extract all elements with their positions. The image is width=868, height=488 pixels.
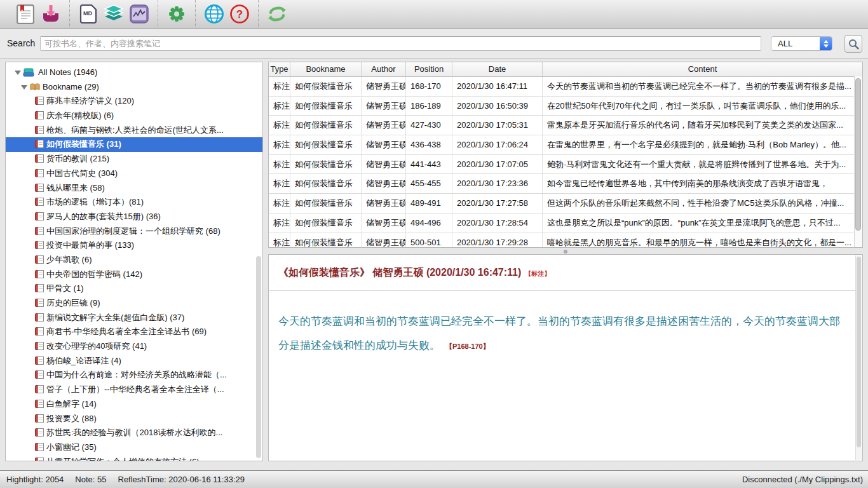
pane-splitter[interactable] — [268, 248, 863, 254]
sync-arrows-glyph — [266, 4, 288, 24]
table-row[interactable]: 标注 如何假装懂音乐 储智勇王硕 441-443 2020/1/30 17:07… — [269, 155, 862, 175]
cell-type: 标注 — [269, 135, 290, 154]
tree-item-book[interactable]: 杨伯峻_论语译注 (4) — [6, 354, 262, 369]
cell-author: 储智勇王硕 — [362, 155, 406, 174]
search-button[interactable] — [844, 35, 862, 53]
refresh-icon[interactable] — [265, 1, 289, 27]
table-row[interactable]: 标注 如何假装懂音乐 储智勇王硕 436-438 2020/1/30 17:06… — [269, 135, 862, 155]
book-icon — [35, 327, 44, 336]
tree-item-book[interactable]: 投资要义 (88) — [6, 412, 262, 426]
cell-bookname: 如何假装懂音乐 — [290, 135, 362, 154]
book-icon — [35, 111, 44, 120]
tree-item-book[interactable]: 枪炮、病菌与钢铁:人类社会的命运(世纪人文系... — [6, 123, 262, 138]
tree-item-label: 历史的巨镜 (9) — [46, 296, 259, 311]
table-row[interactable]: 标注 如何假装懂音乐 储智勇王硕 500-501 2020/1/30 17:29… — [269, 233, 862, 248]
cell-date: 2020/1/30 17:07:05 — [452, 155, 543, 174]
cell-author: 储智勇王硕 — [362, 135, 406, 154]
column-header-type[interactable]: Type — [269, 62, 290, 76]
status-highlight-count: Hightlight: 2054 — [6, 475, 64, 484]
tree-item-book[interactable]: 中国为什么有前途：对外经济关系的战略潜能（... — [6, 368, 262, 383]
table-row[interactable]: 标注 如何假装懂音乐 储智勇王硕 489-491 2020/1/30 17:27… — [269, 194, 862, 214]
markdown-export-icon[interactable]: MD — [76, 1, 100, 27]
book-icon — [35, 298, 44, 308]
tree-item-book[interactable]: 甲骨文 (1) — [6, 281, 262, 296]
cell-author: 储智勇王硕 — [362, 194, 406, 213]
tree-item-book[interactable]: 钱从哪里来 (58) — [6, 181, 262, 196]
column-header-date[interactable]: Date — [452, 62, 543, 76]
tree-item-book[interactable]: 货币的教训 (215) — [6, 152, 262, 166]
tree-item-book[interactable]: 商君书-中华经典名著全本全注全译丛书 (69) — [6, 325, 262, 339]
tree-item-book[interactable]: 薛兆丰经济学讲义 (120) — [6, 94, 262, 109]
table-row[interactable]: 标注 如何假装懂音乐 储智勇王硕 186-189 2020/1/30 16:50… — [269, 97, 862, 116]
filter-dropdown[interactable]: ALL — [771, 36, 832, 51]
tree-item-book[interactable]: 市场的逻辑（增订本）(81) — [6, 195, 262, 210]
tree-item-label: 甲骨文 (1) — [46, 281, 259, 296]
tree-item-book[interactable]: 中国国家治理的制度逻辑：一个组织学研究 (68) — [6, 224, 262, 239]
book-icon — [35, 255, 44, 264]
tree-item-book[interactable]: 改变心理学的40项研究 (41) — [6, 339, 262, 354]
tree-item-book[interactable]: 历史的巨镜 (9) — [6, 296, 262, 311]
globe-icon[interactable] — [202, 1, 226, 27]
tree-item-bookname-group[interactable]: Bookname (29) — [6, 80, 262, 95]
table-row[interactable]: 标注 如何假装懂音乐 储智勇王硕 427-430 2020/1/30 17:05… — [269, 116, 862, 135]
tree-item-book[interactable]: 管子（上下册）--中华经典名著全本全注全译（... — [6, 383, 262, 397]
book-icon — [35, 269, 44, 279]
tree-item-book[interactable]: 从零开始学写作：个人增值的有效方法 (6) — [6, 455, 262, 461]
layers-icon[interactable] — [102, 1, 126, 27]
note-document-glyph — [16, 3, 35, 25]
table-row[interactable]: 标注 如何假装懂音乐 储智勇王硕 168-170 2020/1/30 16:47… — [269, 77, 862, 97]
search-input[interactable] — [40, 36, 761, 51]
cell-date: 2020/1/30 17:23:36 — [452, 174, 543, 193]
tree-item-book[interactable]: 罗马人的故事(套装共15册) (36) — [6, 210, 262, 224]
tree-item-book[interactable]: 苏世民:我的经验与教训（2018读桥水达利欧的... — [6, 426, 262, 440]
tree-item-book[interactable]: 如何假装懂音乐 (31) — [6, 137, 262, 152]
column-header-content[interactable]: Content — [543, 62, 862, 76]
svg-text:MD: MD — [83, 10, 92, 17]
tree-item-book[interactable]: 白鱼解字 (14) — [6, 397, 262, 412]
tree-item-book[interactable]: 中国古代简史 (304) — [6, 166, 262, 181]
tree-item-book[interactable]: 中央帝国的哲学密码 (142) — [6, 268, 262, 282]
tree-item-book[interactable]: 小窗幽记 (35) — [6, 440, 262, 455]
table-scrollbar[interactable] — [854, 76, 862, 247]
book-icon — [35, 154, 44, 163]
statistics-icon[interactable] — [127, 1, 151, 27]
detail-scrollbar-thumb[interactable] — [857, 257, 861, 447]
cell-position: 427-430 — [406, 116, 452, 135]
tree-item-label: 从零开始学写作：个人增值的有效方法 (6) — [46, 455, 259, 461]
tree-item-book[interactable]: 庆余年(精校版) (6) — [6, 109, 262, 123]
sidebar-scrollbar[interactable] — [256, 256, 261, 458]
book-icon — [35, 442, 44, 452]
cell-type: 标注 — [269, 155, 290, 174]
detail-divider — [269, 290, 862, 291]
layers-glyph — [103, 4, 125, 24]
book-icon — [35, 197, 44, 207]
disclosure-triangle-icon[interactable] — [21, 85, 27, 90]
tree-item-label: 中国古代简史 (304) — [46, 166, 259, 181]
book-icon — [35, 384, 44, 394]
note-document-icon[interactable] — [13, 1, 37, 27]
tree-item-book[interactable]: 少年凯歌 (6) — [6, 253, 262, 268]
svg-text:?: ? — [236, 8, 243, 20]
book-icon — [35, 226, 44, 236]
column-header-position[interactable]: Position — [406, 62, 452, 76]
cell-position: 455-455 — [406, 174, 452, 193]
cell-type: 标注 — [269, 174, 290, 193]
import-clippings-icon[interactable] — [39, 1, 63, 27]
column-header-bookname[interactable]: Bookname — [290, 62, 362, 76]
tree-item-book[interactable]: 投资中最简单的事 (133) — [6, 238, 262, 253]
table-row[interactable]: 标注 如何假装懂音乐 储智勇王硕 494-496 2020/1/30 17:28… — [269, 214, 862, 233]
disclosure-triangle-icon[interactable] — [15, 71, 21, 75]
toolbar-separator — [69, 0, 70, 29]
column-header-author[interactable]: Author — [362, 62, 406, 76]
cell-position: 436-438 — [406, 135, 452, 154]
help-icon[interactable]: ? — [227, 1, 252, 27]
splitter-handle-icon[interactable] — [564, 250, 567, 254]
table-scrollbar-thumb[interactable] — [855, 78, 861, 231]
tree-item-book[interactable]: 新编说文解字大全集(超值白金版) (37) — [6, 311, 262, 325]
status-connection: Disconnected (./My Clippings.txt) — [742, 475, 863, 484]
cell-bookname: 如何假装懂音乐 — [290, 174, 362, 193]
tree-item-all-notes[interactable]: All Notes (1946) — [6, 65, 262, 80]
settings-gear-icon[interactable] — [165, 1, 189, 27]
table-row[interactable]: 标注 如何假装懂音乐 储智勇王硕 455-455 2020/1/30 17:23… — [269, 174, 862, 194]
detail-scrollbar[interactable] — [855, 255, 862, 460]
